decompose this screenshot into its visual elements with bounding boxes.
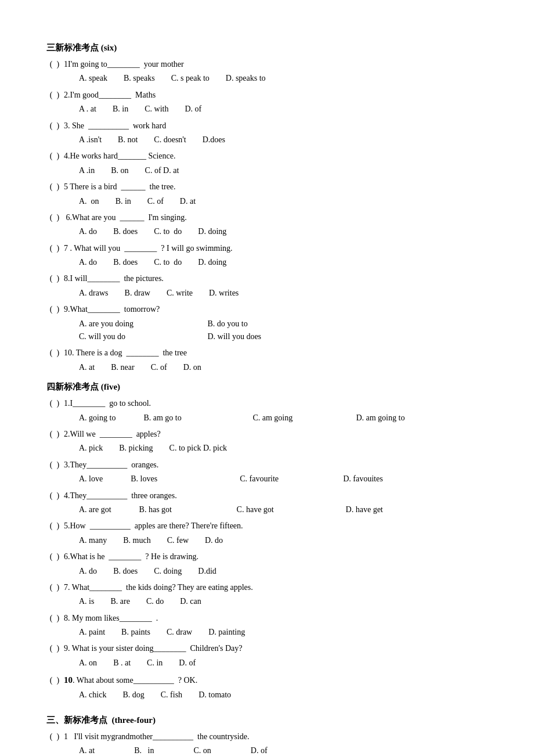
question-text: 8. My mom likes________ . <box>64 612 488 625</box>
section-san-six: 三新标准考点 (six) ( ) 1I'm going to________ y… <box>46 41 488 374</box>
option: C. write <box>167 287 193 300</box>
option: C. with <box>145 103 168 116</box>
option: A. is <box>79 595 94 608</box>
question-text: 5.How __________ apples are there? There… <box>64 520 488 532</box>
question-text: 1.I________ go to school. <box>64 397 488 410</box>
option: D. favouites <box>343 473 383 485</box>
q-paren: ( ) <box>46 120 63 132</box>
option: A .isn't <box>79 134 102 146</box>
question-row: ( ) 1 I'll visit mygrandmother__________… <box>46 730 488 743</box>
option: C. doing <box>154 565 182 578</box>
options-row: A. do B. does C. to do D. doing <box>79 225 488 238</box>
option: C. in <box>147 657 163 669</box>
option: C. will you do <box>79 330 195 343</box>
option: C. do <box>146 595 164 608</box>
option: A. many <box>79 534 107 547</box>
option: D. tomato <box>199 689 231 701</box>
question-text: 4.They__________ three oranges. <box>64 489 488 502</box>
question-row: ( ) 5.How __________ apples are there? T… <box>46 520 488 532</box>
q-paren: ( ) <box>46 428 63 441</box>
section-title-si-five: 四新标准考点 (five) <box>46 380 488 394</box>
options-row: A. do B. does C. doing D.did <box>79 565 488 578</box>
option: D. do <box>205 534 223 547</box>
option: A. chick <box>79 689 106 701</box>
question-text: 7. What________ the kids doing? They are… <box>64 581 488 594</box>
question-row: ( ) 2.Will we ________ apples? <box>46 428 488 441</box>
question-row: ( ) 3.They__________ oranges. <box>46 459 488 471</box>
option: D. am going to <box>356 412 405 424</box>
question-text: 2.Will we ________ apples? <box>64 428 488 441</box>
question-text: 4.He works hard_______ Science. <box>64 150 488 163</box>
option: D. have get <box>346 503 383 516</box>
options-row: A. speak B. speaks C. s peak to D. speak… <box>79 72 488 85</box>
option: B. draw <box>125 287 150 300</box>
option: B. loves <box>131 473 212 485</box>
option: A. love <box>79 473 103 485</box>
option: B. does <box>113 225 138 238</box>
option: D. doing <box>198 256 226 269</box>
question-text: 6.What is he ________ ? He is drawing. <box>64 550 488 563</box>
option: C. favourite <box>240 473 315 485</box>
question-row: ( ) 7. What________ the kids doing? They… <box>46 581 488 594</box>
q-paren: ( ) <box>46 520 63 532</box>
question-row: ( ) 8. My mom likes________ . <box>46 612 488 625</box>
page-content: 三新标准考点 (six) ( ) 1I'm going to________ y… <box>46 41 488 756</box>
question-text: 1 I'll visit mygrandmother__________ the… <box>64 730 488 743</box>
question-row: ( ) 6.What are you ______ I'm singing. <box>46 211 488 224</box>
options-row: A . at B. in C. with D. of <box>79 103 488 116</box>
option: A. draws <box>79 287 109 300</box>
option: A. going to <box>79 412 116 424</box>
question-text: 9. What is your sister doing________ Chi… <box>64 642 488 655</box>
option: A. do <box>79 225 97 238</box>
options-row: A. going to B. am go to C. am going D. a… <box>79 412 488 424</box>
question-text: 7 . What will you ________ ? I will go s… <box>64 242 488 255</box>
question-text: 5 There is a bird ______ the tree. <box>64 181 488 193</box>
option: B . at <box>113 657 131 669</box>
option: A. are you doing <box>79 318 195 330</box>
q-paren: ( ) <box>46 211 63 224</box>
option: C. fish <box>161 689 182 701</box>
option: C. doesn't <box>154 134 186 146</box>
options-row: A. on B . at C. in D. of <box>79 657 488 669</box>
option: A .in <box>79 164 95 177</box>
options-row: A. are got B. has got C. have got D. hav… <box>79 503 488 516</box>
option: B. are <box>110 595 129 608</box>
options-row: A. is B. are C. do D. can <box>79 595 488 608</box>
option: B. in <box>134 744 154 756</box>
option: A. at <box>79 361 95 374</box>
q-paren: ( ) <box>46 242 63 255</box>
question-row: ( ) 10. What about some__________ ? OK. <box>46 673 488 687</box>
question-text: 2.I'm good________ Maths <box>64 89 488 102</box>
option: B. does <box>113 565 138 578</box>
q-paren: ( ) <box>46 303 63 316</box>
options-row: A .in B. on C. of D. at <box>79 164 488 177</box>
option: D. painting <box>208 626 245 639</box>
option: C. am going <box>252 412 328 424</box>
question-row: ( ) 10. There is a dog ________ the tree <box>46 347 488 359</box>
option: B. near <box>111 361 134 374</box>
options-row: A. pick B. picking C. to pick D. pick <box>79 442 488 455</box>
question-row: ( ) 9.What________ tomorrow? <box>46 303 488 316</box>
option: C. to do <box>154 225 182 238</box>
q-paren: ( ) <box>46 459 63 471</box>
option: D. speaks to <box>226 72 266 85</box>
option: B. paints <box>121 626 150 639</box>
option: B. much <box>123 534 150 547</box>
option: D. of <box>179 657 196 669</box>
option: B. am go to <box>143 412 225 424</box>
option: D. writes <box>209 287 239 300</box>
option: B. speaks <box>124 72 155 85</box>
question-row: ( ) 3. She __________ work hard <box>46 120 488 132</box>
option: C. on <box>193 744 211 756</box>
option: A. on <box>79 657 97 669</box>
section-title-san-three-four: 三、新标准考点 (three-four) <box>46 713 488 727</box>
option: B. does <box>113 256 138 269</box>
q-paren: ( ) <box>46 612 63 625</box>
q-paren: ( ) <box>46 674 63 687</box>
options-row: A .isn't B. not C. doesn't D.does <box>79 134 488 146</box>
option: D. of <box>251 744 268 756</box>
q-paren: ( ) <box>46 397 63 410</box>
option: B. has got <box>139 503 209 516</box>
option: A. pick <box>79 442 103 455</box>
option: B. picking <box>119 442 153 455</box>
